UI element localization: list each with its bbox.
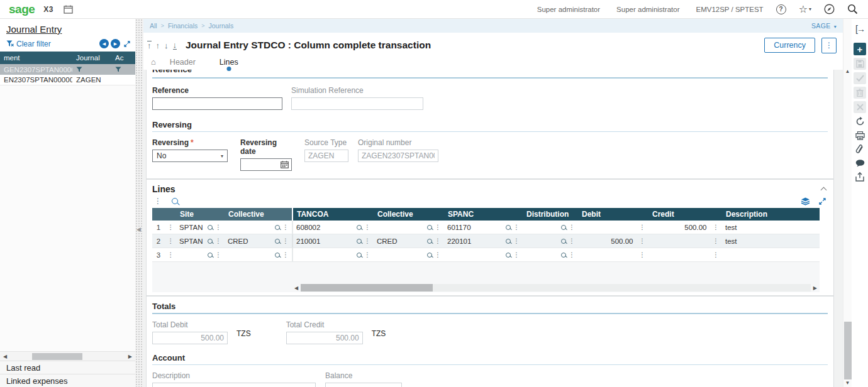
col-collective-2[interactable]: Collective [374,208,444,221]
cell-spanc[interactable]: 601170⋮ [444,221,523,234]
lookup-icon[interactable] [427,253,432,258]
lookup-icon[interactable] [275,239,280,244]
scroll-right-icon[interactable]: ▶ [811,285,820,291]
next-record-icon[interactable]: ↓ [164,41,169,50]
cell-debit[interactable]: 500.00⋮ [578,234,648,248]
cell-menu-icon[interactable]: ⋮ [282,224,289,231]
reference-input[interactable] [152,97,282,110]
first-record-icon[interactable]: ↑ [147,41,152,50]
lookup-icon[interactable] [561,239,566,244]
share-export-icon[interactable] [854,171,866,183]
scrollbar-thumb[interactable] [844,322,852,379]
cell-menu-icon[interactable]: ⋮ [513,251,520,258]
site-selector[interactable]: SAGE ▾ [811,22,837,30]
col-credit[interactable]: Credit [648,208,722,221]
cell-menu-icon[interactable]: ⋮ [569,237,576,244]
row-number[interactable]: 2 [152,234,165,248]
search-icon[interactable] [847,4,858,14]
reversing-select[interactable]: No ▾ [152,150,228,162]
grid-fullscreen-icon[interactable] [819,198,826,205]
breadcrumb-all[interactable]: All [150,22,157,30]
cell-distribution[interactable]: ⋮ [523,248,578,261]
lookup-icon[interactable] [427,239,432,244]
cell-distribution[interactable]: ⋮ [523,234,578,248]
lookup-icon[interactable] [275,225,280,230]
row-menu-icon[interactable]: ⋮ [165,248,176,261]
scroll-right-icon[interactable]: ▶ [125,354,135,359]
record-row[interactable]: EN2307SPTAN000004 ZAGEN [0,75,135,85]
scroll-left-icon[interactable]: ◀ [292,285,301,291]
cell-menu-icon[interactable]: ⋮ [435,237,442,244]
scrollbar-thumb[interactable] [301,284,433,292]
cell-debit[interactable]: ⋮ [578,248,648,261]
tab-header[interactable]: Header [170,58,196,70]
calendar-icon[interactable] [281,161,289,168]
cell-collective-2[interactable]: ⋮ [374,248,444,261]
col-debit[interactable]: Debit [578,208,648,221]
cell-menu-icon[interactable]: ⋮ [569,224,576,231]
row-number[interactable]: 3 [152,248,165,261]
lookup-icon[interactable] [357,239,362,244]
collapse-section-icon[interactable] [821,187,827,194]
reversing-date-input[interactable] [240,158,292,171]
lookup-icon[interactable] [561,253,566,258]
cell-collective-2[interactable]: CRED⋮ [374,234,444,248]
cell-menu-icon[interactable]: ⋮ [215,251,222,258]
tab-lines[interactable]: Lines [220,58,238,70]
left-panel-horizontal-scrollbar[interactable]: ◀ ▶ [0,351,135,361]
cell-menu-icon[interactable]: ⋮ [513,224,520,231]
exit-icon[interactable]: [→ [855,24,864,34]
lookup-icon[interactable] [208,239,213,244]
cell-menu-icon[interactable]: ⋮ [282,251,289,258]
cell-menu-icon[interactable]: ⋮ [364,224,371,231]
cell-distribution[interactable]: ⋮ [523,221,578,234]
left-panel-title[interactable]: Journal Entry [0,19,135,36]
row-menu-icon[interactable]: ⋮ [165,234,176,248]
lookup-icon[interactable] [506,253,511,258]
cell-spanc[interactable]: ⋮ [444,248,523,261]
new-record-button[interactable]: + [854,43,866,55]
col-description[interactable]: Description [722,208,820,221]
cell-collective-1[interactable]: ⋮ [225,221,292,234]
attachment-icon[interactable] [854,143,866,155]
col-distribution[interactable]: Distribution [523,208,578,221]
col-spanc[interactable]: SPANC [444,208,523,221]
navigation-compass-icon[interactable] [824,4,835,14]
cell-menu-icon[interactable]: ⋮ [435,224,442,231]
lookup-icon[interactable] [506,239,511,244]
cell-menu-icon[interactable]: ⋮ [639,237,646,244]
cell-credit[interactable]: ⋮ [648,234,722,248]
cell-menu-icon[interactable]: ⋮ [364,237,371,244]
cell-tancoa[interactable]: ⋮ [292,248,374,261]
lookup-icon[interactable] [275,253,280,258]
cell-site[interactable]: ⋮ [176,248,225,261]
row-number[interactable]: 1 [152,221,165,234]
scrollbar-thumb[interactable] [32,353,82,360]
col-site[interactable]: Site [176,208,225,221]
cell-menu-icon[interactable]: ⋮ [713,224,720,231]
account-filter-icon[interactable] [111,67,135,72]
breadcrumb-financials[interactable]: Financials [168,22,198,30]
home-tab-icon[interactable]: ⌂ [151,58,156,67]
breadcrumb-journals[interactable]: Journals [208,22,233,30]
cell-menu-icon[interactable]: ⋮ [713,237,720,244]
lookup-icon[interactable] [208,253,213,258]
more-actions-button[interactable]: ⋮ [821,38,837,53]
main-vertical-scrollbar[interactable]: ▲ ▼ [843,19,852,387]
grid-horizontal-scrollbar[interactable]: ◀ ▶ [152,283,820,292]
expand-panel-icon[interactable] [124,41,130,47]
cell-site[interactable]: SPTAN⋮ [176,234,225,248]
cell-collective-2[interactable]: ⋮ [374,221,444,234]
left-panel-item-linked-expenses[interactable]: Linked expenses [0,374,135,387]
cell-spanc[interactable]: 220101⋮ [444,234,523,248]
cell-debit[interactable]: ⋮ [578,221,648,234]
cell-menu-icon[interactable]: ⋮ [215,224,222,231]
cell-menu-icon[interactable]: ⋮ [639,224,646,231]
print-icon[interactable] [854,129,866,141]
user-role[interactable]: Super administrator [616,6,679,13]
scroll-up-icon[interactable]: ▲ [845,68,850,75]
clear-filter-button[interactable]: Clear filter [6,40,51,48]
cell-site[interactable]: SPTAN⋮ [176,221,225,234]
refresh-icon[interactable] [854,116,866,128]
col-tancoa[interactable]: TANCOA [292,208,374,221]
